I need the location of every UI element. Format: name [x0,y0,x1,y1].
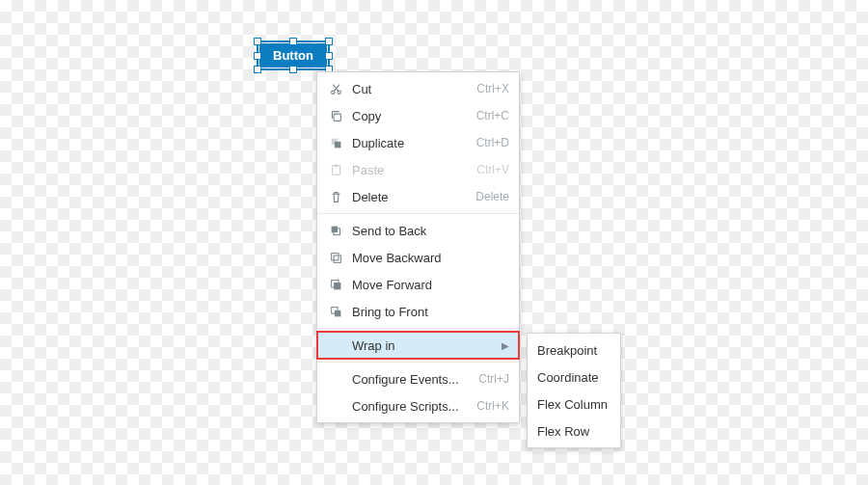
svg-rect-2 [334,141,340,148]
submenu-item-flex-row[interactable]: Flex Row [528,418,620,445]
menu-item-label: Move Backward [344,251,509,265]
submenu-item-breakpoint[interactable]: Breakpoint [528,337,620,364]
paste-icon [327,164,344,176]
button-widget-label: Button [273,48,313,63]
svg-rect-4 [334,164,337,166]
menu-item-bring-to-front[interactable]: Bring to Front [317,298,519,325]
resize-handle-middle-right[interactable] [325,52,333,60]
svg-rect-6 [331,226,338,232]
menu-item-shortcut: Delete [475,190,509,203]
menu-item-label: Wrap in [344,338,498,353]
bring-to-front-icon [327,306,344,318]
submenu-item-label: Coordinate [537,370,599,385]
svg-rect-7 [334,256,340,262]
svg-rect-12 [334,310,340,316]
menu-item-label: Copy [344,109,476,123]
move-backward-icon [327,252,344,264]
resize-handle-top-left[interactable] [254,38,261,45]
menu-item-copy[interactable]: Copy Ctrl+C [317,102,519,129]
submenu-item-label: Flex Row [537,424,589,439]
send-to-back-icon [327,225,344,237]
wrap-in-submenu: Breakpoint Coordinate Flex Column Flex R… [527,333,621,448]
delete-icon [327,191,344,203]
resize-handle-bottom-left[interactable] [254,66,261,73]
resize-handle-top-center[interactable] [289,38,297,45]
menu-item-configure-scripts[interactable]: Configure Scripts... Ctrl+K [317,392,519,419]
menu-item-configure-events[interactable]: Configure Events... Ctrl+J [317,365,519,392]
menu-item-shortcut: Ctrl+D [476,136,509,149]
menu-item-label: Delete [344,190,475,204]
menu-item-shortcut: Ctrl+V [476,163,509,176]
menu-item-label: Configure Scripts... [344,399,476,414]
context-menu: Cut Ctrl+X Copy Ctrl+C Duplicate Ctrl+D … [316,71,520,423]
submenu-item-flex-column[interactable]: Flex Column [528,391,620,418]
copy-icon [327,110,344,122]
submenu-item-label: Breakpoint [537,343,597,358]
menu-item-label: Paste [344,163,476,177]
menu-item-send-to-back[interactable]: Send to Back [317,217,519,244]
duplicate-icon [327,137,344,149]
menu-item-shortcut: Ctrl+J [478,372,509,386]
menu-separator [317,213,519,214]
move-forward-icon [327,279,344,291]
submenu-item-label: Flex Column [537,397,608,412]
cut-icon [327,83,344,95]
resize-handle-bottom-center[interactable] [289,66,297,73]
menu-item-label: Duplicate [344,136,476,150]
selected-widget[interactable]: Button [259,43,327,67]
resize-handle-middle-left[interactable] [254,52,261,60]
submenu-item-coordinate[interactable]: Coordinate [528,364,620,391]
menu-item-label: Bring to Front [344,305,509,319]
submenu-arrow-icon: ▶ [502,340,509,351]
menu-item-paste: Paste Ctrl+V [317,156,519,183]
menu-item-label: Send to Back [344,224,509,238]
svg-rect-10 [334,283,340,289]
menu-separator [317,362,519,363]
menu-item-delete[interactable]: Delete Delete [317,183,519,210]
menu-item-label: Cut [344,82,476,96]
menu-item-shortcut: Ctrl+C [476,109,509,122]
menu-item-shortcut: Ctrl+X [476,82,509,95]
menu-item-label: Move Forward [344,278,509,292]
svg-rect-0 [334,114,340,121]
menu-item-duplicate[interactable]: Duplicate Ctrl+D [317,129,519,156]
menu-item-shortcut: Ctrl+K [476,399,509,413]
button-widget[interactable]: Button [259,43,327,67]
menu-separator [317,328,519,329]
resize-handle-top-right[interactable] [325,38,333,45]
menu-item-cut[interactable]: Cut Ctrl+X [317,75,519,102]
menu-item-move-backward[interactable]: Move Backward [317,244,519,271]
menu-item-wrap-in[interactable]: Wrap in ▶ [317,332,519,359]
menu-item-move-forward[interactable]: Move Forward [317,271,519,298]
menu-item-label: Configure Events... [344,372,478,387]
svg-rect-8 [331,253,338,259]
